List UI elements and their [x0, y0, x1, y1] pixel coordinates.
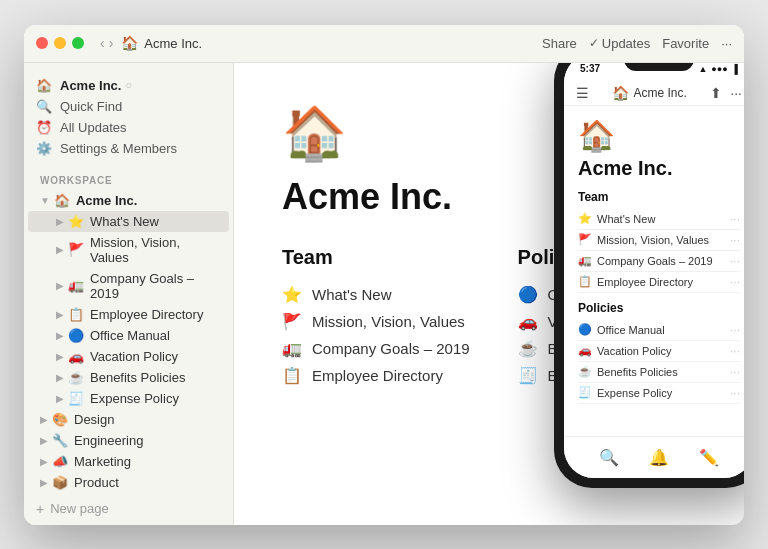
dots-icon: ···	[730, 365, 740, 379]
sidebar-item-whats-new[interactable]: ▶ ⭐ What's New	[28, 211, 229, 232]
phone-list-item[interactable]: 🧾 Expense Policy ···	[578, 383, 740, 404]
search-bottom-icon[interactable]: 🔍	[599, 448, 619, 467]
new-page-label: New page	[50, 501, 109, 516]
item-label: Company Goals – 2019	[597, 255, 713, 267]
updates-button[interactable]: ✓ Updates	[589, 36, 650, 51]
truck-icon: 🚛	[68, 278, 84, 293]
favorite-button[interactable]: Favorite	[662, 36, 709, 51]
minimize-button[interactable]	[54, 37, 66, 49]
sidebar-top-items: 🏠 Acme Inc. ○ 🔍 Quick Find ⏰ All Updates…	[24, 71, 233, 167]
phone-list-item-left: ⭐ What's New	[578, 212, 655, 225]
more-icon[interactable]: ···	[730, 85, 742, 101]
sidebar-item-benefits[interactable]: ▶ ☕ Benefits Policies	[28, 367, 229, 388]
phone-list-item-left: 🔵 Office Manual	[578, 323, 665, 336]
back-arrow[interactable]: ‹	[100, 35, 105, 51]
design-label: Design	[74, 412, 221, 427]
chevron-icon: ▶	[56, 280, 64, 291]
benefits-label: Benefits Policies	[90, 370, 221, 385]
vacation-label: Vacation Policy	[90, 349, 221, 364]
sidebar-item-employee-dir[interactable]: ▶ 📋 Employee Directory	[28, 304, 229, 325]
sidebar-item-expense[interactable]: ▶ 🧾 Expense Policy	[28, 388, 229, 409]
palette-icon: 🎨	[52, 412, 68, 427]
dots-icon: ···	[730, 344, 740, 358]
item-label: Mission, Vision, Values	[312, 313, 465, 330]
toolbar-right: Share ✓ Updates Favorite ···	[542, 36, 732, 51]
sidebar-item-mission[interactable]: ▶ 🚩 Mission, Vision, Values	[28, 232, 229, 268]
traffic-lights	[36, 37, 84, 49]
page-title-bar: Acme Inc.	[144, 36, 542, 51]
share-icon[interactable]: ⬆	[710, 85, 722, 101]
bell-icon[interactable]: 🔔	[649, 448, 669, 467]
phone-list-item-left: 🚛 Company Goals – 2019	[578, 254, 713, 267]
content-wrapper: 🏠 Acme Inc. Team ⭐ What's New 🚩 Mis	[234, 63, 744, 525]
megaphone-icon: 📣	[52, 454, 68, 469]
phone-nav-right: ⬆ ···	[710, 85, 742, 101]
forward-arrow[interactable]: ›	[109, 35, 114, 51]
phone-notch	[624, 63, 694, 71]
phone-list-item[interactable]: 🚗 Vacation Policy ···	[578, 341, 740, 362]
new-page-button[interactable]: + New page	[24, 497, 233, 521]
more-button[interactable]: ···	[721, 36, 732, 51]
list-item[interactable]: 🚛 Company Goals – 2019	[282, 335, 470, 362]
list-item[interactable]: 📋 Employee Directory	[282, 362, 470, 389]
list-item[interactable]: ⭐ What's New	[282, 281, 470, 308]
item-label: Vacation Policy	[597, 345, 671, 357]
chevron-icon: ▶	[56, 309, 64, 320]
phone-page-title: Acme Inc.	[633, 86, 686, 100]
item-label: Employee Directory	[312, 367, 443, 384]
phone-screen: 5:37 ▲ ●●● ▐ ☰ 🏠 Acm	[564, 63, 744, 478]
employee-dir-label: Employee Directory	[90, 307, 221, 322]
phone-policies-list: 🔵 Office Manual ··· 🚗 Vacation Policy	[578, 320, 740, 404]
sidebar-item-engineering[interactable]: ▶ 🔧 Engineering	[28, 430, 229, 451]
dots-icon: ···	[730, 212, 740, 226]
close-button[interactable]	[36, 37, 48, 49]
phone-team-heading: Team	[578, 190, 740, 204]
workspace-header[interactable]: ▼ 🏠 Acme Inc.	[28, 190, 229, 211]
phone-list-item[interactable]: 🔵 Office Manual ···	[578, 320, 740, 341]
sidebar-item-company-goals[interactable]: ▶ 🚛 Company Goals – 2019	[28, 268, 229, 304]
main-area: 🏠 Acme Inc. ○ 🔍 Quick Find ⏰ All Updates…	[24, 63, 744, 525]
compose-icon[interactable]: ✏️	[699, 448, 719, 467]
nav-items: ▶ ⭐ What's New ▶ 🚩 Mission, Vision, Valu…	[24, 211, 233, 493]
phone-content: 🏠 Acme Inc. Team ⭐ What's New ···	[564, 106, 744, 436]
sidebar-item-marketing[interactable]: ▶ 📣 Marketing	[28, 451, 229, 472]
updates-label: Updates	[602, 36, 650, 51]
phone-list-item[interactable]: ⭐ What's New ···	[578, 209, 740, 230]
sidebar-item-office-manual[interactable]: ▶ 🔵 Office Manual	[28, 325, 229, 346]
phone-nav-bar: ☰ 🏠 Acme Inc. ⬆ ···	[564, 81, 744, 106]
clipboard-icon: 📋	[282, 366, 302, 385]
truck-icon: 🚛	[282, 339, 302, 358]
sidebar-item-vacation[interactable]: ▶ 🚗 Vacation Policy	[28, 346, 229, 367]
phone-list-item-left: ☕ Benefits Policies	[578, 365, 678, 378]
clipboard-icon: 📋	[68, 307, 84, 322]
sidebar-item-product[interactable]: ▶ 📦 Product	[28, 472, 229, 493]
wifi-icon: ▲	[698, 64, 707, 74]
flag-icon: 🚩	[282, 312, 302, 331]
office-manual-label: Office Manual	[90, 328, 221, 343]
dots-icon: ···	[730, 254, 740, 268]
dots-icon: ···	[730, 323, 740, 337]
circle-icon: 🔵	[518, 285, 538, 304]
phone-title-area: 🏠 Acme Inc.	[612, 85, 686, 101]
settings-item[interactable]: ⚙️ Settings & Members	[24, 138, 233, 159]
chevron-icon: ▶	[40, 477, 48, 488]
phone-list-item[interactable]: 📋 Employee Directory ···	[578, 272, 740, 293]
mission-label: Mission, Vision, Values	[90, 235, 221, 265]
car-icon: 🚗	[68, 349, 84, 364]
phone-list-item[interactable]: 🚩 Mission, Vision, Values ···	[578, 230, 740, 251]
hamburger-icon[interactable]: ☰	[576, 85, 589, 101]
list-item[interactable]: 🚩 Mission, Vision, Values	[282, 308, 470, 335]
phone-status-icons: ▲ ●●● ▐	[698, 64, 738, 74]
quick-find-item[interactable]: 🔍 Quick Find	[24, 96, 233, 117]
phone-list-item[interactable]: ☕ Benefits Policies ···	[578, 362, 740, 383]
clipboard-icon: 📋	[578, 275, 592, 288]
phone-list-item[interactable]: 🚛 Company Goals – 2019 ···	[578, 251, 740, 272]
share-button[interactable]: Share	[542, 36, 577, 51]
product-label: Product	[74, 475, 221, 490]
sidebar-item-design[interactable]: ▶ 🎨 Design	[28, 409, 229, 430]
dots-icon: ···	[730, 386, 740, 400]
phone-team-list: ⭐ What's New ··· 🚩 Mission, Vision, Valu…	[578, 209, 740, 293]
maximize-button[interactable]	[72, 37, 84, 49]
all-updates-item[interactable]: ⏰ All Updates	[24, 117, 233, 138]
search-icon: 🔍	[36, 99, 52, 114]
